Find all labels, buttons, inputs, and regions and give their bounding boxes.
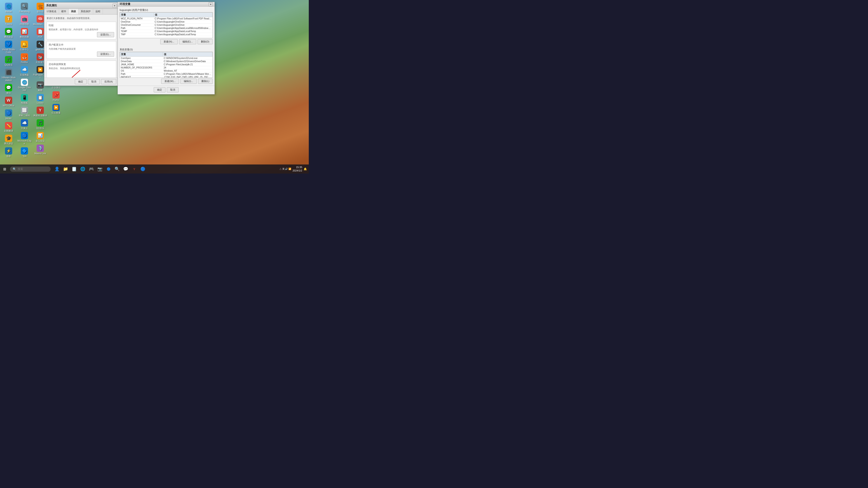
tab-yuancheng[interactable]: 远程 xyxy=(93,9,103,14)
desktop-icon-xunlei[interactable]: ⚡ 迅雷 xyxy=(1,147,16,159)
desktop-icon-shuma[interactable]: 📊 数码先锋 xyxy=(17,27,32,39)
desktop-icon-everything[interactable]: 🔍 Everything xyxy=(17,2,32,14)
user-var-temp-name: TEMP xyxy=(120,30,154,33)
desktop-icon-jinshan[interactable]: 📊 金山会议 xyxy=(33,131,48,143)
desktop-icon-diaoao[interactable]: 🌐 diaoao xyxy=(1,2,16,14)
tab-xitongbaohu[interactable]: 系统保护 xyxy=(79,9,93,14)
sys-var-row-comspec[interactable]: ComSpec C:\WINDOWS\system32\cmd.exe xyxy=(120,57,213,60)
taskbar-clock[interactable]: 15:35 2024/1/2 xyxy=(292,166,302,173)
autocad-icon: ✏️ xyxy=(5,122,12,129)
user-var-row-tmp[interactable]: TMP C:\Users\liuguangle\AppData\Local\Te… xyxy=(120,33,213,36)
xunlei-label: 迅雷 xyxy=(6,155,11,158)
sysprops-ok-button[interactable]: 确定 xyxy=(75,79,87,84)
user-new-button[interactable]: 新建(N)... xyxy=(160,39,178,44)
taskbar-app-youdao[interactable]: Y xyxy=(130,165,138,173)
desktop-icon-chrome[interactable]: 🌐 Google Chrome xyxy=(17,78,32,93)
desktop-icon-wechat[interactable]: 💬 微信 xyxy=(1,83,16,95)
user-var-row-path[interactable]: Path C:\Users\liuguangle\AppData\Local\M… xyxy=(120,27,213,30)
taskbar-pinned-apps: 👤 📁 🗒️ 🌐 🎮 📷 🔵 🔍 💬 Y 🔵 xyxy=(53,165,147,173)
sys-var-row-path[interactable]: Path C:\Program Files (x86)\VMware\VMwar… xyxy=(120,72,213,76)
taskbar-search-input[interactable] xyxy=(18,167,47,170)
sys-edit-button[interactable]: 编辑(I)... xyxy=(180,78,197,84)
tab-jisuanji[interactable]: 计算机名 xyxy=(44,9,59,14)
user-vars-buttons: 新建(N)... 编辑(E)... 删除(D) xyxy=(118,38,215,45)
user-vars-table: 变量 值 MOZ_PLUGIN_PATH C:\Program Files (x… xyxy=(120,12,213,36)
performance-settings-button[interactable]: 设置(S)... xyxy=(97,32,114,37)
desktop-icon-maono[interactable]: 🎙️ Maono Link xyxy=(33,144,48,156)
sys-var-row-javahome[interactable]: JAVA_HOME C:\Program Files\Java\jdk-21 xyxy=(120,63,213,66)
sys-delete-button[interactable]: 删除(L) xyxy=(198,78,213,84)
sys-var-driverdata-value: C:\Windows\System32\Drivers\DriverData xyxy=(163,60,212,63)
envvars-cancel-button[interactable]: 取消 xyxy=(167,87,179,92)
desktop-icon-qqmusic2[interactable]: 🎵 QQ音乐 xyxy=(33,119,48,131)
taskbar-app-game[interactable]: 🎮 xyxy=(87,165,95,173)
desktop-icon-youdao[interactable]: Y 网易有道翻译 xyxy=(33,106,48,118)
desktop-icon-autocad[interactable]: ✏️ 刻图翻译 xyxy=(1,121,16,133)
desktop-icon-vscode[interactable]: 💙 Visual Studio Code xyxy=(1,40,16,55)
desktop-icon-firefox[interactable]: 🦊 Firefox xyxy=(17,53,32,65)
jingdong-icon: 📚 xyxy=(37,53,44,61)
sysprops-cancel-button[interactable]: 取消 xyxy=(88,79,100,84)
desktop-icon-feijian[interactable]: 🔷 飞剑 xyxy=(17,147,32,159)
taskbar-app-folder[interactable]: 📁 xyxy=(61,165,70,173)
user-edit-button[interactable]: 编辑(E)... xyxy=(179,39,196,44)
user-var-row-temp[interactable]: TEMP C:\Users\liuguangle\AppData\Local\T… xyxy=(120,30,213,33)
sysprops-bottom-buttons: 确定 取消 应用(A) xyxy=(44,77,119,86)
desktop-icon-typora[interactable]: T Typora xyxy=(1,14,16,27)
sys-var-row-driverdata[interactable]: DriverData C:\Windows\System32\Drivers\D… xyxy=(120,60,213,63)
desktop-icon-wps[interactable]: W WPS Office xyxy=(1,96,16,108)
wechat-label: 微信 xyxy=(6,92,11,94)
desktop-icon-qqmusic[interactable]: 🎵 QQ音乐 xyxy=(1,55,16,67)
taskbar-app-search[interactable]: 🔍 xyxy=(113,165,121,173)
envvars-close-button[interactable]: × xyxy=(209,2,213,6)
desktop-icon-vmware[interactable]: ⬛ VMware Workstation xyxy=(1,68,16,83)
taskbar-app-chat[interactable]: 💬 xyxy=(122,165,130,173)
desktop-icon-edge[interactable]: 🔵 Microsoft Edge xyxy=(17,131,32,146)
sys-var-row-numproc[interactable]: NUMBER_OF_PROCESSORS 24 xyxy=(120,66,213,69)
desktop-icon-yiyun[interactable]: ▶️ 亿云图显 xyxy=(49,103,64,115)
sys-new-button[interactable]: 新建(W)... xyxy=(161,78,179,84)
start-button[interactable]: ⊞ xyxy=(0,164,9,173)
vscode-label: Visual Studio Code xyxy=(1,48,16,54)
sysprops-close-button[interactable]: × xyxy=(113,4,117,8)
jinshan-label: 金山会议 xyxy=(36,140,45,142)
desktop-icon-baidu[interactable]: ☁️ 百度网盘 xyxy=(17,65,32,77)
taskbar-app-chrome[interactable]: 🌐 xyxy=(79,165,87,173)
tab-gaoji[interactable]: 高级 xyxy=(69,9,79,14)
taskbar-app-person[interactable]: 👤 xyxy=(53,165,61,173)
taskbar-search-container[interactable]: 🔍 xyxy=(10,166,51,172)
system-properties-dialog: 系统属性 × 计算机名 硬件 高级 系统保护 远程 要进行大多数更改，你必须作为… xyxy=(44,2,119,86)
sys-var-value-header: 值 xyxy=(163,52,212,57)
envvars-ok-button[interactable]: 确定 xyxy=(154,87,165,92)
desktop-icon-pixpin[interactable]: 📌 PixPin xyxy=(49,90,64,103)
taskbar-app-dot[interactable]: 🔵 xyxy=(139,165,147,173)
jiaoao-icon: 🔵 xyxy=(5,109,12,117)
user-var-row-moz[interactable]: MOZ_PLUGIN_PATH C:\Program Files (x86)\F… xyxy=(120,17,213,20)
sysprops-apply-button[interactable]: 应用(A) xyxy=(101,79,116,84)
taskbar-app-edge[interactable]: 🔵 xyxy=(104,165,113,173)
desktop-icon-renwu[interactable]: 🔔 任务中心 xyxy=(17,40,32,52)
taskbar-app-camera[interactable]: 📷 xyxy=(96,165,104,173)
sys-vars-table: 变量 值 ComSpec C:\WINDOWS\system32\cmd.exe… xyxy=(120,52,213,78)
desktop-icon-tianyi[interactable]: ☁️ 天翼云 xyxy=(17,119,32,131)
tianyi-icon: ☁️ xyxy=(21,119,28,127)
desktop-icon-jiaoao[interactable]: 🔵 jiaoao xyxy=(1,108,16,121)
userprofile-settings-button[interactable]: 设置(E)... xyxy=(97,52,114,57)
sysprops-title: 系统属性 xyxy=(46,4,113,7)
user-delete-button[interactable]: 删除(D) xyxy=(197,39,213,44)
caocao-label: 草料二维码 xyxy=(19,114,30,117)
desktop-icon-jiaoyuan[interactable]: 🎓 腾讯课堂 xyxy=(1,134,16,146)
tab-yingjian[interactable]: 硬件 xyxy=(59,9,69,14)
desktop-icon-listary[interactable]: 📋 Listary xyxy=(33,93,48,105)
sys-var-row-pathext[interactable]: PATHEXT .COM;.EXE;.BAT;.CMD;.VBS;.VBE;.J… xyxy=(120,76,213,78)
desktop-icon-caocao[interactable]: ⬜ 草料二维码 xyxy=(17,106,32,118)
clock-date: 2024/1/2 xyxy=(292,169,302,172)
wps-icon: W xyxy=(5,97,12,104)
user-var-row-onedrivecon[interactable]: OneDriveConsumer C:\Users\liuguangle\One… xyxy=(120,24,213,27)
user-var-row-onedrive[interactable]: OneDrive C:\Users\liuguangle\OneDrive xyxy=(120,20,213,24)
desktop-icon-qqconf[interactable]: 💬 腾讯会议 xyxy=(1,27,16,39)
sys-var-row-os[interactable]: OS Windows_NT xyxy=(120,69,213,72)
taskbar-app-notepad[interactable]: 🗒️ xyxy=(70,165,78,173)
desktop-icon-dianshihu[interactable]: 📱 电视狐 xyxy=(17,93,32,105)
desktop-icon-bilibili[interactable]: 📺 哔哩哔哩 xyxy=(17,14,32,27)
